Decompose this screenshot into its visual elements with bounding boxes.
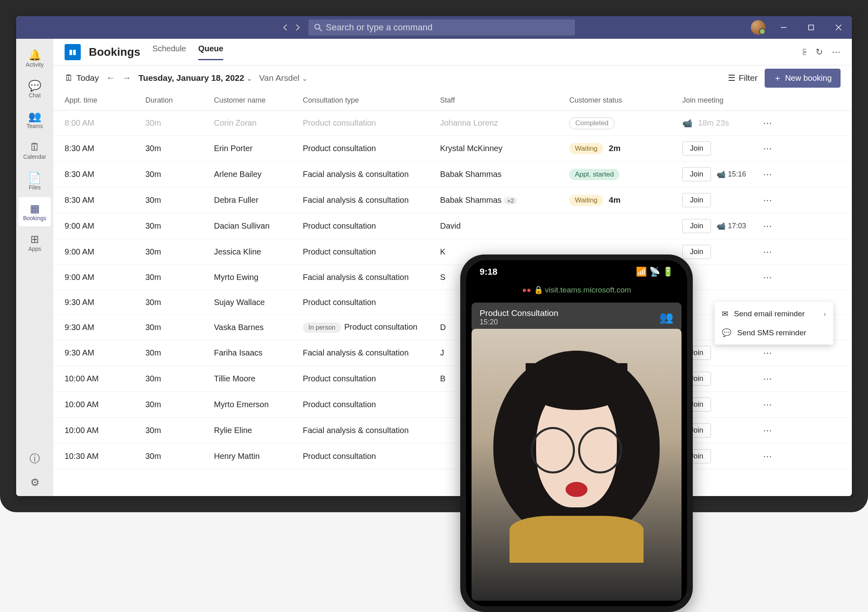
- cell-staff: Babak Shammas+2: [440, 196, 569, 205]
- prev-day-button[interactable]: ←: [106, 73, 115, 83]
- row-more-button[interactable]: ⋯: [763, 272, 787, 283]
- cell-duration: 30m: [145, 247, 214, 257]
- table-row[interactable]: 10:00 AM30mRylie ElineFacial analysis & …: [53, 418, 852, 444]
- row-more-button[interactable]: ⋯: [763, 118, 787, 128]
- col-customer: Customer name: [214, 96, 303, 105]
- cell-duration: 30m: [145, 426, 214, 435]
- current-date[interactable]: Tuesday, January 18, 2022 ⌄: [138, 73, 252, 83]
- app-window: 🔔Activity 💬Chat 👥Teams 🗓Calendar 📄Files …: [16, 16, 852, 496]
- maximize-button[interactable]: [802, 19, 820, 36]
- col-appt-time: Appt. time: [65, 96, 145, 105]
- new-booking-button[interactable]: ＋New booking: [765, 69, 841, 88]
- tab-queue[interactable]: Queue: [198, 44, 223, 60]
- cell-duration: 30m: [145, 221, 214, 231]
- cell-join: Join📹 15:16: [682, 167, 763, 181]
- nav-forward-button[interactable]: [292, 22, 304, 33]
- row-more-button[interactable]: ⋯: [763, 425, 787, 436]
- phone-status-icons: 📶 📡 🔋: [636, 267, 673, 277]
- table-row[interactable]: 8:30 AM30mErin PorterProduct consultatio…: [53, 136, 852, 162]
- row-more-button[interactable]: ⋯: [763, 400, 787, 410]
- cell-time: 9:30 AM: [65, 323, 145, 332]
- cell-join: 📹18m 23s: [682, 118, 763, 128]
- phone-status-bar: 9:18 📶 📡 🔋: [466, 260, 687, 284]
- rail-chat[interactable]: 💬Chat: [19, 74, 51, 103]
- lock-icon: 🔒: [534, 286, 543, 294]
- popout-button[interactable]: ⫕: [802, 47, 807, 57]
- cell-type: Product consultation: [303, 221, 440, 231]
- filter-button[interactable]: ☰Filter: [728, 73, 758, 83]
- video-icon: 📹: [682, 118, 692, 128]
- menu-send-sms-reminder[interactable]: 💬 Send SMS reminder: [715, 323, 833, 342]
- org-selector[interactable]: Van Arsdel ⌄: [259, 73, 307, 83]
- cell-duration: 30m: [145, 273, 214, 282]
- rail-apps[interactable]: ⊞Apps: [19, 228, 51, 257]
- cell-customer: Henry Mattin: [214, 452, 303, 461]
- status-extra: 2m: [609, 144, 621, 153]
- table-header: Appt. time Duration Customer name Consul…: [53, 90, 852, 111]
- row-more-button[interactable]: ⋯: [763, 143, 787, 154]
- status-badge: Waiting: [569, 143, 603, 154]
- join-button[interactable]: Join: [682, 193, 711, 207]
- join-button[interactable]: Join: [682, 141, 711, 156]
- svg-point-0: [315, 24, 320, 29]
- header-more-button[interactable]: ⋯: [832, 47, 841, 57]
- phone-meeting-header: Product Consultation 15:20 👥: [472, 303, 681, 332]
- table-row[interactable]: 10:30 AM30mHenry MattinProduct consultat…: [53, 444, 852, 469]
- row-more-button[interactable]: ⋯: [763, 348, 787, 358]
- cell-status: Appt. started: [569, 169, 682, 180]
- rail-bookings[interactable]: ▦Bookings: [19, 197, 51, 226]
- cell-customer: Jessica Kline: [214, 247, 303, 257]
- cell-time: 8:00 AM: [65, 118, 145, 128]
- cell-time: 9:00 AM: [65, 247, 145, 257]
- table-row[interactable]: 8:00 AM30mCorin ZoranProduct consultatio…: [53, 111, 852, 136]
- rail-teams[interactable]: 👥Teams: [19, 105, 51, 134]
- nav-back-button[interactable]: [279, 22, 291, 33]
- rail-files[interactable]: 📄Files: [19, 166, 51, 196]
- table-row[interactable]: 10:00 AM30mTillie MooreProduct consultat…: [53, 366, 852, 392]
- search-input[interactable]: [326, 22, 569, 33]
- row-more-button[interactable]: ⋯: [763, 221, 787, 231]
- join-button[interactable]: Join: [682, 245, 711, 259]
- close-button[interactable]: [829, 19, 848, 36]
- menu-send-email-reminder[interactable]: ✉ Send email reminder ›: [715, 304, 833, 323]
- rail-activity[interactable]: 🔔Activity: [19, 44, 51, 73]
- cell-customer: Myrto Emerson: [214, 400, 303, 409]
- table-row[interactable]: 9:00 AM30mMyrto EwingFacial analysis & c…: [53, 265, 852, 290]
- cell-staff: Babak Shammas: [440, 170, 569, 179]
- tab-schedule[interactable]: Schedule: [153, 44, 186, 60]
- user-avatar[interactable]: [751, 20, 765, 35]
- apps-icon: ⊞: [30, 233, 39, 246]
- cell-time: 10:30 AM: [65, 452, 145, 461]
- table-row[interactable]: 9:00 AM30mDacian SullivanProduct consult…: [53, 213, 852, 239]
- cell-duration: 30m: [145, 374, 214, 383]
- row-more-button[interactable]: ⋯: [763, 169, 787, 180]
- settings-button[interactable]: ⚙: [30, 476, 40, 489]
- cell-staff: Johanna Lorenz: [440, 118, 569, 128]
- participants-icon[interactable]: 👥: [659, 311, 673, 324]
- rail-calendar[interactable]: 🗓Calendar: [19, 136, 51, 165]
- next-day-button[interactable]: →: [122, 73, 131, 83]
- cell-join: Join: [682, 245, 763, 259]
- cell-type: Facial analysis & consultation: [303, 273, 440, 282]
- table-row[interactable]: 10:00 AM30mMyrto EmersonProduct consulta…: [53, 392, 852, 418]
- search-box[interactable]: [308, 19, 575, 36]
- help-button[interactable]: ⓘ: [29, 452, 40, 466]
- row-more-button[interactable]: ⋯: [763, 451, 787, 462]
- table-row[interactable]: 8:30 AM30mArlene BaileyFacial analysis &…: [53, 162, 852, 187]
- cell-customer: Rylie Eline: [214, 426, 303, 435]
- join-button[interactable]: Join: [682, 167, 711, 181]
- join-button[interactable]: Join: [682, 219, 711, 233]
- today-button[interactable]: 🗓Today: [65, 73, 99, 83]
- refresh-button[interactable]: ↻: [816, 47, 823, 57]
- col-status: Customer status: [569, 96, 682, 105]
- calendar-icon: 🗓: [29, 141, 40, 154]
- col-type: Consultation type: [303, 96, 440, 105]
- row-more-button[interactable]: ⋯: [763, 374, 787, 384]
- table-row[interactable]: 9:00 AM30mJessica KlineProduct consultat…: [53, 239, 852, 265]
- cell-time: 8:30 AM: [65, 196, 145, 205]
- minimize-button[interactable]: [774, 19, 793, 36]
- email-icon: ✉: [722, 309, 728, 318]
- row-more-button[interactable]: ⋯: [763, 247, 787, 257]
- row-more-button[interactable]: ⋯: [763, 195, 787, 206]
- table-row[interactable]: 8:30 AM30mDebra FullerFacial analysis & …: [53, 187, 852, 213]
